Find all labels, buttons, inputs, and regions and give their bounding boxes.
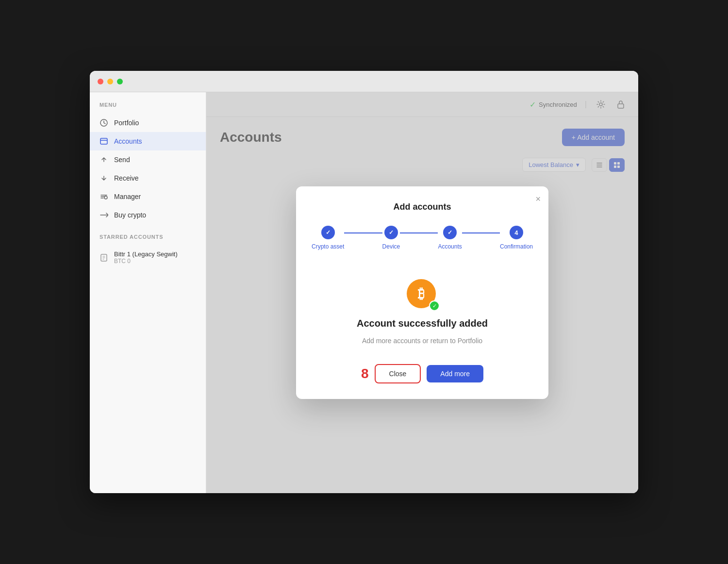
send-icon (99, 155, 108, 164)
app-body: MENU Portfolio (90, 92, 638, 493)
step-crypto-asset-circle: ✓ (321, 226, 335, 239)
btc-icon-wrap: ₿ ✓ (407, 279, 438, 310)
success-area: ₿ ✓ Account successfully added Add more … (312, 269, 533, 364)
modal: × Add accounts ✓ Crypto asset ✓ (296, 186, 548, 399)
step-accounts-label: Accounts (438, 243, 462, 250)
connector-3 (462, 232, 500, 233)
connector-2 (400, 232, 438, 233)
sidebar-item-portfolio[interactable]: Portfolio (90, 114, 206, 132)
sidebar-item-buy-crypto[interactable]: Buy crypto (90, 206, 206, 224)
step-confirmation-label: Confirmation (500, 243, 533, 250)
modal-close-action-button[interactable]: Close (375, 364, 421, 383)
sidebar-item-send[interactable]: Send (90, 150, 206, 169)
starred-account-balance: BTC 0 (114, 258, 178, 265)
svg-rect-1 (100, 138, 107, 144)
buy-crypto-label: Buy crypto (114, 211, 146, 219)
starred-accounts-label: STARRED ACCOUNTS (90, 224, 206, 246)
portfolio-label: Portfolio (114, 119, 139, 127)
stepper: ✓ Crypto asset ✓ Device ✓ (312, 226, 533, 250)
step-confirmation: 4 Confirmation (500, 226, 533, 250)
modal-title: Add accounts (312, 202, 533, 212)
manager-icon (99, 192, 108, 201)
sidebar-item-receive[interactable]: Receive (90, 169, 206, 187)
titlebar (90, 71, 638, 92)
minimize-button[interactable] (107, 79, 113, 84)
portfolio-icon (99, 118, 108, 127)
step-number-red: 8 (361, 366, 369, 382)
traffic-lights (98, 79, 123, 84)
step-accounts: ✓ Accounts (438, 226, 462, 250)
buy-crypto-icon (99, 211, 108, 219)
starred-account-name: Bittr 1 (Legacy Segwit) (114, 250, 178, 258)
step-device: ✓ Device (382, 226, 400, 250)
sidebar-item-manager[interactable]: Manager (90, 187, 206, 206)
receive-label: Receive (114, 174, 139, 182)
step-accounts-circle: ✓ (443, 226, 457, 239)
manager-label: Manager (114, 193, 141, 200)
success-subtitle: Add more accounts or return to Portfolio (362, 337, 482, 345)
connector-1 (344, 232, 382, 233)
step-crypto-asset: ✓ Crypto asset (312, 226, 344, 250)
success-check-icon: ✓ (429, 300, 440, 311)
accounts-icon (99, 137, 108, 146)
menu-label: MENU (90, 102, 206, 114)
maximize-button[interactable] (117, 79, 123, 84)
step-crypto-asset-label: Crypto asset (312, 243, 344, 250)
modal-footer: 8 Close Add more (312, 364, 533, 383)
btc-account-icon (99, 253, 108, 262)
starred-account-text: Bittr 1 (Legacy Segwit) BTC 0 (114, 250, 178, 265)
app-window: MENU Portfolio (90, 71, 638, 493)
step-device-label: Device (382, 243, 400, 250)
sidebar-item-accounts[interactable]: Accounts (90, 132, 206, 150)
modal-close-button[interactable]: × (535, 194, 541, 204)
modal-overlay: × Add accounts ✓ Crypto asset ✓ (206, 92, 638, 493)
svg-point-2 (104, 196, 107, 199)
sidebar: MENU Portfolio (90, 92, 206, 493)
starred-account-item[interactable]: Bittr 1 (Legacy Segwit) BTC 0 (90, 246, 206, 269)
send-label: Send (114, 156, 130, 164)
receive-icon (99, 174, 108, 182)
add-more-button[interactable]: Add more (427, 365, 483, 382)
step-device-circle: ✓ (384, 226, 398, 239)
step-confirmation-circle: 4 (510, 226, 523, 239)
main-content: ✓ Synchronized | (206, 92, 638, 493)
success-title: Account successfully added (357, 318, 488, 329)
accounts-label: Accounts (114, 137, 142, 145)
close-button[interactable] (98, 79, 103, 84)
